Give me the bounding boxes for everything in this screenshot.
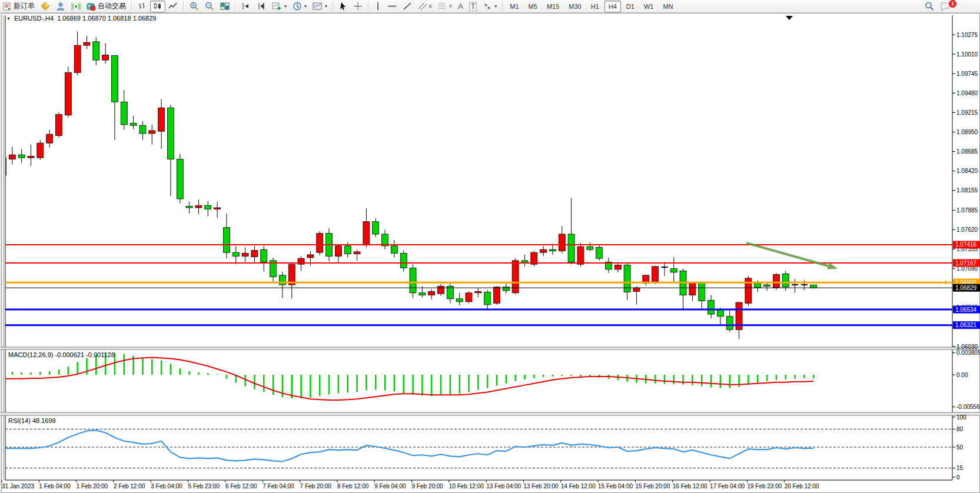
svg-text:0: 0: [956, 474, 960, 481]
svg-text:1.07416: 1.07416: [955, 241, 977, 248]
svg-text:80: 80: [956, 426, 964, 432]
svg-text:6 Feb 12:00: 6 Feb 12:00: [225, 483, 257, 489]
svg-text:31 Jan 2023: 31 Jan 2023: [2, 483, 34, 489]
svg-text:14 Feb 12:00: 14 Feb 12:00: [561, 483, 596, 489]
svg-text:9 Feb 20:00: 9 Feb 20:00: [412, 483, 444, 489]
ohlc-values: 1.06869 1.06870 1.06818 1.06829: [57, 15, 156, 22]
svg-text:-0.005569: -0.005569: [956, 404, 980, 410]
svg-text:1.10275: 1.10275: [956, 32, 978, 38]
chart-canvas[interactable]: 1.102751.100101.097451.094801.092151.089…: [1, 1, 980, 493]
svg-text:8 Feb 12:00: 8 Feb 12:00: [337, 483, 369, 489]
chart-header: ▼ EURUSD-,H4 1.06869 1.06870 1.06818 1.0…: [6, 15, 156, 22]
svg-text:13 Feb 20:00: 13 Feb 20:00: [523, 483, 558, 489]
svg-text:1.09745: 1.09745: [956, 71, 978, 77]
svg-text:1.08420: 1.08420: [956, 168, 978, 174]
svg-text:7 Feb 04:00: 7 Feb 04:00: [263, 483, 294, 489]
svg-text:13 Feb 04:00: 13 Feb 04:00: [486, 483, 521, 489]
svg-text:1.07620: 1.07620: [956, 226, 978, 233]
svg-text:1.07885: 1.07885: [956, 207, 978, 214]
svg-text:1.08685: 1.08685: [956, 148, 978, 155]
svg-text:15 Feb 04:00: 15 Feb 04:00: [598, 483, 633, 489]
svg-text:1.09215: 1.09215: [956, 109, 978, 116]
svg-text:100: 100: [956, 414, 966, 421]
chart-window[interactable]: ▼ EURUSD-,H4 1.06869 1.06870 1.06818 1.0…: [1, 13, 980, 493]
svg-text:0.00: 0.00: [956, 372, 968, 378]
svg-text:0.003805: 0.003805: [956, 349, 980, 356]
svg-text:1.08155: 1.08155: [956, 187, 978, 194]
svg-text:2 Feb 12:00: 2 Feb 12:00: [114, 483, 145, 489]
svg-text:1.06534: 1.06534: [955, 307, 977, 313]
collapse-icon[interactable]: ▼: [6, 16, 11, 21]
svg-text:7 Feb 20:00: 7 Feb 20:00: [300, 483, 332, 489]
svg-text:19 Feb 23:00: 19 Feb 23:00: [747, 483, 782, 489]
svg-text:15: 15: [956, 465, 964, 471]
svg-text:1.09480: 1.09480: [956, 90, 978, 96]
svg-text:1.10010: 1.10010: [956, 51, 978, 58]
svg-text:1 Feb 04:00: 1 Feb 04:00: [39, 483, 71, 489]
svg-text:5 Feb 23:00: 5 Feb 23:00: [188, 483, 220, 489]
svg-text:1.07167: 1.07167: [955, 260, 977, 267]
svg-text:1 Feb 20:00: 1 Feb 20:00: [77, 483, 108, 489]
macd-label: MACD(12,26,9) -0.000621 -0.001128: [8, 351, 115, 358]
svg-text:1.06829: 1.06829: [955, 285, 977, 291]
svg-text:1.08950: 1.08950: [956, 129, 978, 135]
svg-text:50: 50: [956, 444, 964, 451]
svg-text:1.06321: 1.06321: [955, 322, 977, 328]
rsi-label: RSI(14) 48.1699: [8, 417, 56, 424]
svg-text:9 Feb 04:00: 9 Feb 04:00: [374, 483, 406, 489]
svg-text:16 Feb 12:00: 16 Feb 12:00: [673, 483, 707, 489]
svg-text:3 Feb 04:00: 3 Feb 04:00: [151, 483, 182, 489]
svg-text:10 Feb 12:00: 10 Feb 12:00: [449, 483, 484, 489]
svg-text:1.06030: 1.06030: [956, 344, 978, 350]
svg-text:20 Feb 12:00: 20 Feb 12:00: [785, 483, 819, 489]
symbol-title: EURUSD-,H4: [14, 15, 54, 22]
svg-text:17 Feb 04:00: 17 Feb 04:00: [710, 483, 745, 489]
svg-text:15 Feb 20:00: 15 Feb 20:00: [635, 483, 670, 489]
